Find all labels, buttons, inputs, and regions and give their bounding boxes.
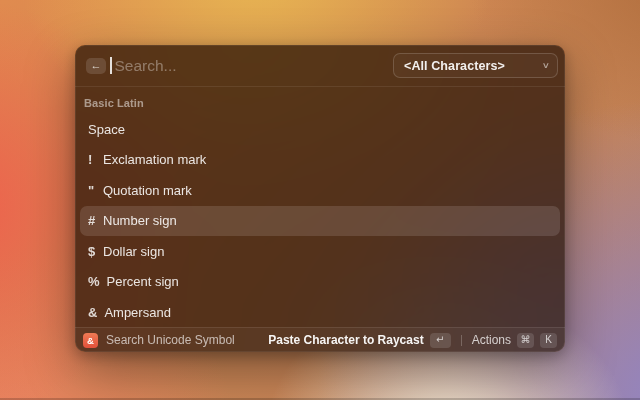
return-key-icon: ↵ [430, 333, 451, 348]
extension-icon-glyph: & [87, 335, 94, 346]
list-item[interactable]: % Percent sign [80, 267, 560, 298]
primary-action-label: Paste Character to Raycast [268, 333, 423, 347]
footer-divider [461, 335, 462, 346]
status-bar: & Search Unicode Symbol Paste Character … [75, 327, 565, 352]
item-label: Ampersand [104, 305, 170, 320]
back-icon: ← [91, 60, 102, 71]
item-symbol: $ [88, 244, 96, 259]
list-item-selected[interactable]: # Number sign [80, 206, 560, 237]
section-header: Basic Latin [80, 91, 560, 114]
k-key: K [540, 333, 557, 348]
extension-name: Search Unicode Symbol [106, 333, 235, 347]
item-symbol: # [88, 213, 96, 228]
item-symbol: % [88, 274, 100, 289]
item-label: Percent sign [107, 274, 179, 289]
actions-label: Actions [472, 333, 511, 347]
list-item[interactable]: & Ampersand [80, 297, 560, 327]
search-input[interactable] [114, 57, 394, 75]
list-item[interactable]: $ Dollar sign [80, 236, 560, 267]
item-symbol: ! [88, 152, 96, 167]
item-symbol: & [88, 305, 97, 320]
item-label: Number sign [103, 213, 177, 228]
extension-icon: & [83, 333, 98, 348]
text-caret [110, 57, 112, 74]
results-list: Basic Latin Space ! Exclamation mark " Q… [75, 87, 565, 327]
actions-button[interactable]: Actions ⌘ K [472, 333, 557, 348]
item-label: Space [88, 122, 125, 137]
chevron-down-icon: ∨ [542, 61, 550, 70]
dropdown-value: <All Characters> [404, 59, 505, 73]
search-bar: ← <All Characters> ∨ [75, 45, 565, 87]
back-button[interactable]: ← [86, 58, 106, 74]
list-item[interactable]: Space [80, 114, 560, 145]
raycast-window: ← <All Characters> ∨ Basic Latin Space !… [75, 45, 565, 352]
primary-action-button[interactable]: Paste Character to Raycast ↵ [268, 333, 450, 348]
item-label: Dollar sign [103, 244, 164, 259]
item-label: Quotation mark [103, 183, 192, 198]
command-key-icon: ⌘ [517, 333, 534, 348]
item-label: Exclamation mark [103, 152, 206, 167]
item-symbol: " [88, 183, 96, 198]
list-item[interactable]: ! Exclamation mark [80, 145, 560, 176]
list-item[interactable]: " Quotation mark [80, 175, 560, 206]
characters-dropdown[interactable]: <All Characters> ∨ [393, 53, 558, 78]
